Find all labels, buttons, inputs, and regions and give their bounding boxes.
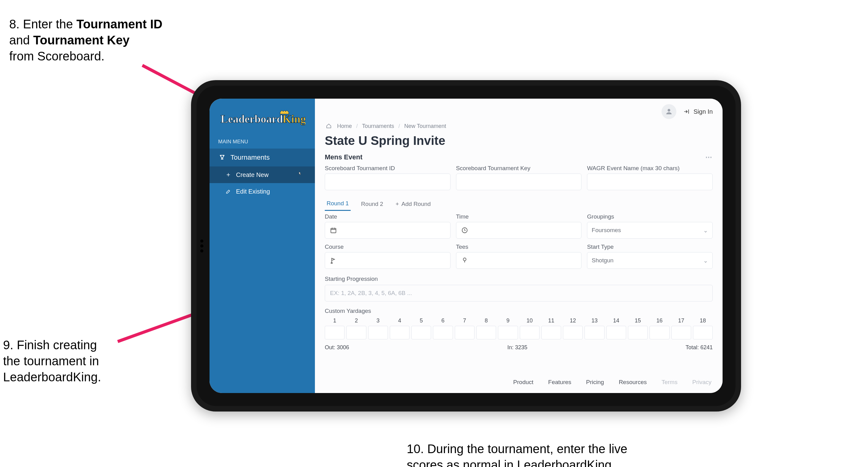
hole-number: 17 xyxy=(678,318,684,324)
yardage-input[interactable] xyxy=(476,326,496,340)
chevron-down-icon: ⌄ xyxy=(703,257,708,264)
breadcrumb-home[interactable]: Home xyxy=(337,123,352,129)
yardage-input[interactable] xyxy=(650,326,669,340)
sidebar-item-tournaments[interactable]: Tournaments xyxy=(210,149,315,167)
yardage-input[interactable] xyxy=(368,326,388,340)
wagr-input[interactable] xyxy=(587,174,713,190)
plus-icon: + xyxy=(396,201,399,207)
time-input[interactable] xyxy=(456,222,582,239)
yardage-row: 123456789101112131415161718 xyxy=(315,316,722,341)
annotation-step-10: 10. During the tournament, enter the liv… xyxy=(407,441,627,467)
tab-round-1[interactable]: Round 1 xyxy=(325,197,351,211)
sidebar-menu-label: MAIN MENU xyxy=(210,136,315,149)
tab-add-round[interactable]: + Add Round xyxy=(394,198,433,210)
breadcrumb-new: New Tournament xyxy=(404,123,446,129)
footer-features[interactable]: Features xyxy=(548,379,571,386)
course-input[interactable] xyxy=(325,252,451,269)
starting-progression-input[interactable]: EX: 1, 2A, 2B, 3, 4, 5, 6A, 6B ... xyxy=(325,285,713,301)
groupings-select[interactable]: Foursomes ⌄ xyxy=(587,222,713,239)
yardage-input[interactable] xyxy=(541,326,561,340)
footer-resources[interactable]: Resources xyxy=(619,379,647,386)
yardage-input[interactable] xyxy=(520,326,539,340)
chevron-down-icon: ⌄ xyxy=(703,227,708,234)
hole-number: 1 xyxy=(333,318,336,324)
yardage-input[interactable] xyxy=(628,326,648,340)
yardage-input[interactable] xyxy=(325,326,344,340)
hole-number: 5 xyxy=(420,318,423,324)
sb-id-input[interactable] xyxy=(325,174,451,190)
hole-number: 7 xyxy=(463,318,466,324)
yardage-cell: 8 xyxy=(476,318,496,340)
yardage-summary: Out: 3006 In: 3235 Total: 6241 xyxy=(315,341,722,356)
trophy-icon xyxy=(218,153,226,162)
yardage-input[interactable] xyxy=(433,326,453,340)
yardage-cell: 15 xyxy=(628,318,648,340)
sidebar-sub-create-new[interactable]: Create New xyxy=(210,167,315,183)
starting-progression-label: Starting Progression xyxy=(325,275,378,282)
yardage-cell: 18 xyxy=(693,318,713,340)
annotation-step-8: 8. Enter the Tournament ID and Tournamen… xyxy=(9,16,162,64)
yardage-cell: 6 xyxy=(433,318,453,340)
clock-icon xyxy=(461,226,469,234)
section-title: Mens Event xyxy=(325,153,362,161)
svg-text:Leaderboard: Leaderboard xyxy=(221,113,283,125)
yardage-input[interactable] xyxy=(607,326,626,340)
sidebar-sub-edit-existing[interactable]: Edit Existing xyxy=(210,183,315,200)
breadcrumb-tournaments[interactable]: Tournaments xyxy=(362,123,394,129)
plus-icon xyxy=(224,171,232,179)
hole-number: 18 xyxy=(700,318,706,324)
topbar: Sign In xyxy=(315,99,722,121)
yardage-cell: 2 xyxy=(346,318,366,340)
yardage-cell: 10 xyxy=(520,318,539,340)
home-icon[interactable] xyxy=(325,122,333,130)
yardage-cell: 5 xyxy=(411,318,431,340)
sidebar: Leaderboard King MAIN MENU Tournaments xyxy=(210,99,315,393)
yardage-input[interactable] xyxy=(693,326,713,340)
yardage-cell: 12 xyxy=(563,318,583,340)
yardage-input[interactable] xyxy=(563,326,583,340)
more-icon[interactable]: ⋯ xyxy=(705,153,713,161)
main-content: Sign In Home / Tournaments / New Tournam… xyxy=(315,99,722,393)
yardage-input[interactable] xyxy=(585,326,604,340)
hole-number: 9 xyxy=(506,318,509,324)
start-type-select[interactable]: Shotgun ⌄ xyxy=(587,252,713,269)
tablet-bezel: Leaderboard King MAIN MENU Tournaments xyxy=(196,86,736,406)
yardage-cell: 17 xyxy=(672,318,691,340)
user-icon xyxy=(665,108,673,116)
logo: Leaderboard King xyxy=(210,104,315,136)
tees-label: Tees xyxy=(456,243,582,250)
sidebar-sub-label: Create New xyxy=(236,171,269,178)
sb-key-input[interactable] xyxy=(456,174,582,190)
yardage-input[interactable] xyxy=(411,326,431,340)
date-input[interactable] xyxy=(325,222,451,239)
yardage-cell: 3 xyxy=(368,318,388,340)
sign-in-button[interactable]: Sign In xyxy=(683,108,713,116)
tab-round-2[interactable]: Round 2 xyxy=(359,198,385,210)
footer-privacy[interactable]: Privacy xyxy=(692,379,711,386)
yardage-input[interactable] xyxy=(390,326,409,340)
tablet-frame: Leaderboard King MAIN MENU Tournaments xyxy=(191,80,741,411)
sidebar-item-label: Tournaments xyxy=(230,153,270,162)
hole-number: 11 xyxy=(548,318,554,324)
tablet-screen: Leaderboard King MAIN MENU Tournaments xyxy=(210,99,722,393)
hole-number: 14 xyxy=(613,318,619,324)
footer-product[interactable]: Product xyxy=(513,379,533,386)
yardage-cell: 14 xyxy=(607,318,626,340)
tees-input[interactable] xyxy=(456,252,582,269)
yardage-input[interactable] xyxy=(498,326,518,340)
yardage-input[interactable] xyxy=(346,326,366,340)
yardage-cell: 11 xyxy=(541,318,561,340)
flag-icon xyxy=(330,257,337,264)
yardage-cell: 1 xyxy=(325,318,344,340)
cursor-icon xyxy=(297,171,303,178)
hole-number: 16 xyxy=(656,318,662,324)
hole-number: 15 xyxy=(635,318,641,324)
yardage-input[interactable] xyxy=(672,326,691,340)
yardage-input[interactable] xyxy=(455,326,474,340)
avatar[interactable] xyxy=(661,104,676,119)
hole-number: 4 xyxy=(398,318,401,324)
sb-key-label: Scoreboard Tournament Key xyxy=(456,165,582,172)
footer-pricing[interactable]: Pricing xyxy=(586,379,604,386)
hole-number: 2 xyxy=(355,318,358,324)
footer-terms[interactable]: Terms xyxy=(661,379,678,386)
